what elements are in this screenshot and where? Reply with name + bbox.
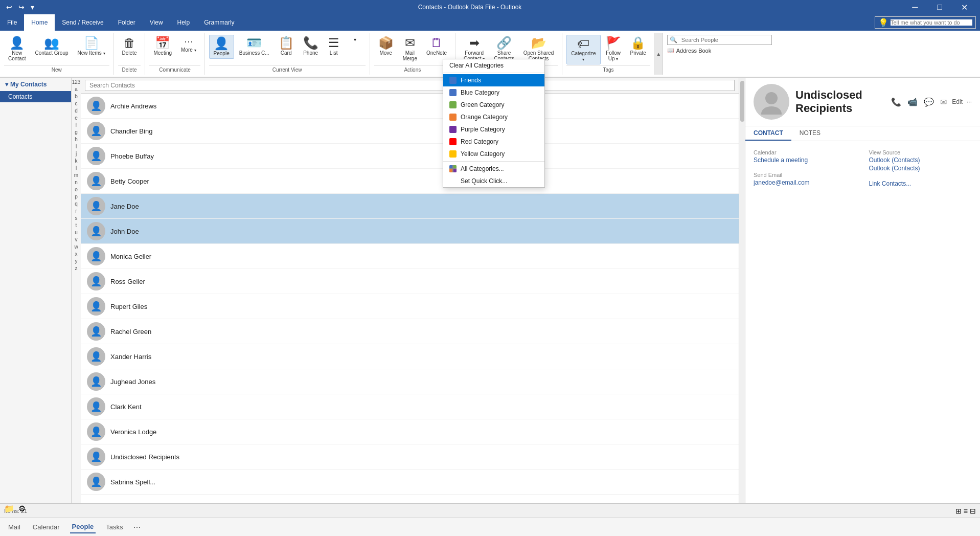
dropdown-clear-all[interactable]: Clear All Categories <box>443 59 544 72</box>
view-icon-detail[interactable]: ⊟ <box>970 507 976 515</box>
contact-row[interactable]: 👤 Archie Andrews <box>81 94 739 119</box>
search-people-input[interactable] <box>679 36 771 44</box>
scrollbar-thumb[interactable] <box>740 81 744 122</box>
detail-video-icon[interactable]: 📹 <box>906 96 919 108</box>
alpha-d[interactable]: d <box>75 107 78 115</box>
dropdown-red[interactable]: Red Category <box>443 136 544 148</box>
contact-row[interactable]: 👤 Clark Kent <box>81 394 739 419</box>
alpha-q[interactable]: q <box>75 200 78 208</box>
contact-list-scrollbar[interactable] <box>739 78 745 503</box>
add-folder-icon[interactable]: 📁 <box>4 504 14 513</box>
alpha-a[interactable]: a <box>75 86 78 93</box>
alpha-s[interactable]: s <box>75 215 78 222</box>
alpha-b[interactable]: b <box>75 93 78 100</box>
alpha-e[interactable]: e <box>75 115 78 122</box>
tab-home[interactable]: Home <box>24 14 55 31</box>
tab-contact[interactable]: CONTACT <box>745 126 791 141</box>
alpha-j[interactable]: j <box>76 150 77 158</box>
alpha-m[interactable]: m <box>74 172 78 179</box>
alpha-123[interactable]: 123 <box>72 79 81 86</box>
minimize-btn[interactable]: ─ <box>903 0 927 14</box>
search-contacts-input[interactable] <box>85 80 735 91</box>
phone-view-btn[interactable]: 📞 Phone <box>299 35 323 58</box>
dropdown-friends[interactable]: Friends <box>443 74 544 86</box>
view-icon-grid[interactable]: ⊞ <box>955 507 962 515</box>
business-card-view-btn[interactable]: 🪪 Business C... <box>235 35 274 58</box>
view-icon-list[interactable]: ≡ <box>964 507 968 515</box>
alpha-w[interactable]: w <box>74 243 78 251</box>
my-contacts-header[interactable]: ▾ My Contacts <box>0 78 71 91</box>
address-book-link[interactable]: 📖 Address Book <box>667 47 772 54</box>
alpha-k[interactable]: k <box>75 158 78 165</box>
dropdown-purple[interactable]: Purple Category <box>443 123 544 136</box>
contact-row-jane-doe[interactable]: 👤 Jane Doe <box>81 194 739 219</box>
alpha-n[interactable]: n <box>75 179 78 186</box>
list-view-btn[interactable]: ☰ List <box>324 35 344 58</box>
contact-row[interactable]: 👤 Undisclosed Recipients <box>81 444 739 470</box>
alpha-l[interactable]: l <box>76 165 77 172</box>
contact-row[interactable]: 👤 Phoebe Buffay <box>81 144 739 169</box>
nav-tasks[interactable]: Tasks <box>104 521 125 533</box>
view-settings-btn[interactable]: ▾ <box>345 35 366 44</box>
alpha-c[interactable]: c <box>75 100 78 107</box>
alpha-z[interactable]: z <box>75 265 78 272</box>
dropdown-orange[interactable]: Orange Category <box>443 111 544 123</box>
dropdown-blue[interactable]: Blue Category <box>443 86 544 99</box>
tab-help[interactable]: Help <box>170 14 197 31</box>
detail-phone-icon[interactable]: 📞 <box>890 96 902 108</box>
move-btn[interactable]: 📦 Move <box>374 35 398 58</box>
alpha-v[interactable]: v <box>75 236 78 243</box>
categorize-btn[interactable]: 🏷 Categorize▾ <box>566 35 600 64</box>
new-contact-group-btn[interactable]: 👥 Contact Group <box>31 35 72 58</box>
customize-qa-btn[interactable]: ▾ <box>29 2 36 12</box>
new-contact-btn[interactable]: 👤 NewContact <box>4 35 30 63</box>
nav-calendar[interactable]: Calendar <box>31 521 62 533</box>
contact-row[interactable]: 👤 Jughead Jones <box>81 369 739 394</box>
alpha-f[interactable]: f <box>76 122 77 129</box>
alpha-g[interactable]: g <box>75 129 78 136</box>
card-view-btn[interactable]: 📋 Card <box>275 35 298 58</box>
dropdown-all-categories[interactable]: All Categories... <box>443 163 544 175</box>
undo-btn[interactable]: ↩ <box>4 2 14 12</box>
alpha-x[interactable]: x <box>75 251 78 258</box>
nav-people[interactable]: People <box>70 521 96 533</box>
alpha-r[interactable]: r <box>75 208 77 215</box>
contacts-folder-item[interactable]: Contacts <box>0 91 71 102</box>
view-source-link2[interactable]: Outlook (Contacts) <box>869 165 972 172</box>
link-contacts-link[interactable]: Link Contacts... <box>869 180 972 187</box>
alpha-p[interactable]: p <box>75 193 78 200</box>
tab-send-receive[interactable]: Send / Receive <box>55 14 110 31</box>
alpha-t[interactable]: t <box>76 222 77 229</box>
alpha-h[interactable]: h <box>75 136 78 143</box>
alpha-u[interactable]: u <box>75 229 78 236</box>
follow-up-btn[interactable]: 🚩 FollowUp ▾ <box>602 35 625 63</box>
contact-row[interactable]: 👤 Rupert Giles <box>81 294 739 319</box>
close-btn[interactable]: ✕ <box>952 0 976 14</box>
email-link[interactable]: janedoe@email.com <box>754 179 857 186</box>
schedule-meeting-link[interactable]: Schedule a meeting <box>754 157 857 164</box>
contact-row[interactable]: 👤 Monica Geller <box>81 244 739 269</box>
more-btn[interactable]: ⋯ More ▾ <box>177 35 200 55</box>
dropdown-yellow[interactable]: Yellow Category <box>443 148 544 160</box>
contact-row[interactable]: 👤 Sabrina Spell... <box>81 470 739 495</box>
private-btn[interactable]: 🔒 Private <box>626 35 650 58</box>
tab-grammarly[interactable]: Grammarly <box>197 14 241 31</box>
onenote-btn[interactable]: 🗒 OneNote <box>422 35 451 58</box>
contact-row[interactable]: 👤 Ross Geller <box>81 269 739 294</box>
detail-more-btn[interactable]: ··· <box>967 98 972 105</box>
detail-chat-icon[interactable]: 💬 <box>923 96 935 108</box>
redo-btn[interactable]: ↪ <box>16 2 27 12</box>
ribbon-collapse-btn[interactable]: ▲ <box>655 33 663 75</box>
nav-mail[interactable]: Mail <box>6 521 22 533</box>
tab-file[interactable]: File <box>0 14 24 31</box>
contact-row[interactable]: 👤 Xander Harris <box>81 344 739 369</box>
contact-row[interactable]: 👤 Chandler Bing <box>81 119 739 144</box>
tell-me-input[interactable] <box>891 19 972 26</box>
alpha-i[interactable]: i <box>76 143 77 150</box>
mail-merge-btn[interactable]: ✉ MailMerge <box>399 35 421 63</box>
tab-view[interactable]: View <box>143 14 170 31</box>
alpha-o[interactable]: o <box>75 186 78 193</box>
new-items-btn[interactable]: 📄 New Items ▾ <box>74 35 109 58</box>
detail-email-icon[interactable]: ✉ <box>939 96 948 108</box>
contact-row[interactable]: 👤 Veronica Lodge <box>81 419 739 444</box>
